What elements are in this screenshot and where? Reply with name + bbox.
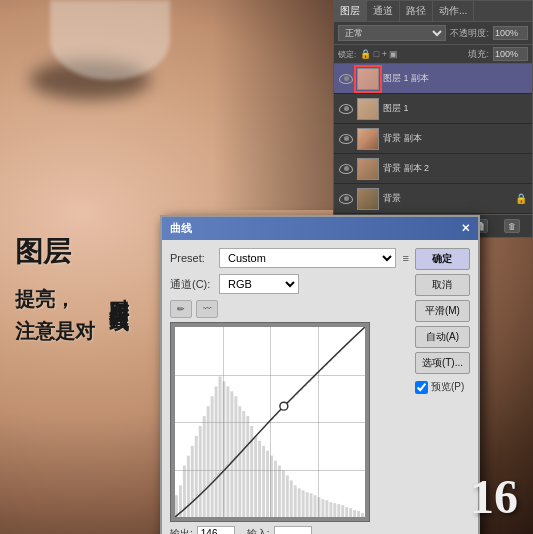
preset-label: Preset: [170, 252, 215, 264]
page-number: 16 [470, 469, 518, 524]
layer-name-bg-copy: 背景 副本 [383, 132, 527, 145]
eye-icon-copy1[interactable] [339, 74, 353, 84]
layer-name-1: 图层 1 [383, 102, 527, 115]
preset-menu-icon[interactable]: ≡ [402, 252, 408, 264]
curve-smooth-icon[interactable]: 〰 [196, 300, 218, 318]
smooth-button[interactable]: 平滑(M) [415, 300, 470, 322]
eye-icon-bg[interactable] [339, 194, 353, 204]
lock-icons: 🔒 □ + ▣ [360, 49, 398, 59]
curves-title-text: 曲线 [170, 221, 192, 236]
annotation-vertical: 对图层进行曲线 [103, 283, 135, 297]
tab-channels[interactable]: 通道 [367, 1, 400, 21]
curves-graph-inner [175, 327, 365, 517]
eye-icon-1[interactable] [339, 104, 353, 114]
preset-select[interactable]: Custom [219, 248, 396, 268]
options-button[interactable]: 选项(T)... [415, 352, 470, 374]
svg-point-49 [280, 402, 288, 410]
layer-thumb-1 [357, 98, 379, 120]
ok-button[interactable]: 确定 [415, 248, 470, 270]
layer-row-1[interactable]: 图层 1 [334, 94, 532, 124]
channel-label: 通道(C): [170, 277, 215, 292]
curves-line-svg [175, 327, 365, 517]
preset-row: Preset: Custom ≡ [170, 248, 409, 268]
output-row: 输出: 输入: [170, 526, 409, 534]
preview-checkbox[interactable] [415, 381, 428, 394]
curve-pencil-icon[interactable]: ✏ [170, 300, 192, 318]
output-label: 输出: [170, 527, 193, 535]
lock-icon-bg: 🔒 [515, 193, 527, 204]
auto-button[interactable]: 自动(A) [415, 326, 470, 348]
annotation-lines: 提亮， 注意是对 [15, 283, 95, 347]
annotation-sub: 注意是对 [15, 315, 95, 347]
curves-body: Preset: Custom ≡ 通道(C): RGB ✏ 〰 [162, 240, 478, 534]
layer-thumb-bg-copy [357, 128, 379, 150]
layer-row-bg-copy2[interactable]: 背景 副本 2 [334, 154, 532, 184]
curves-buttons-panel: 确定 取消 平滑(M) 自动(A) 选项(T)... 预览(P) [415, 248, 470, 534]
channel-row: 通道(C): RGB [170, 274, 409, 294]
lock-label: 锁定: [338, 49, 356, 60]
layer-name-copy1: 图层 1 副本 [383, 72, 527, 85]
curves-graph [170, 322, 370, 522]
output-input[interactable] [197, 526, 235, 534]
opacity-label: 不透明度: [450, 27, 489, 40]
channel-select[interactable]: RGB [219, 274, 299, 294]
tab-paths[interactable]: 路径 [400, 1, 433, 21]
curves-dialog: 曲线 ✕ Preset: Custom ≡ 通道(C): RGB [160, 215, 480, 534]
layer-thumb-copy1 [357, 68, 379, 90]
layers-panel: 图层 通道 路径 动作... 正常 不透明度: 锁定: 🔒 □ + ▣ 填充: … [333, 0, 533, 238]
curves-tool-icons: ✏ 〰 [170, 300, 409, 318]
tab-layers[interactable]: 图层 [334, 1, 367, 21]
layer-row-copy1[interactable]: 图层 1 副本 [334, 64, 532, 94]
opacity-input[interactable] [493, 26, 528, 40]
left-annotation: 图层 提亮， 注意是对 对图层进行曲线 [15, 230, 135, 347]
eye-icon-bg-copy2[interactable] [339, 164, 353, 174]
tab-actions[interactable]: 动作... [433, 1, 474, 21]
curves-main: Preset: Custom ≡ 通道(C): RGB ✏ 〰 [170, 248, 409, 534]
eye-icon-bg-copy[interactable] [339, 134, 353, 144]
cancel-button[interactable]: 取消 [415, 274, 470, 296]
layers-tabs: 图层 通道 路径 动作... [334, 1, 532, 22]
layer-label: 图层 [15, 230, 135, 275]
fill-label: 填充: [468, 48, 489, 61]
layer-thumb-bg [357, 188, 379, 210]
input-label: 输入: [247, 527, 270, 535]
layer-row-bg[interactable]: 背景 🔒 [334, 184, 532, 214]
layer-thumb-bg-copy2 [357, 158, 379, 180]
preview-row: 预览(P) [415, 380, 470, 394]
svg-line-48 [175, 327, 365, 517]
delete-layer-button[interactable]: 🗑 [504, 219, 520, 233]
preview-label: 预览(P) [431, 380, 464, 394]
layer-name-bg-copy2: 背景 副本 2 [383, 162, 527, 175]
layer-row-bg-copy[interactable]: 背景 副本 [334, 124, 532, 154]
input-input[interactable] [274, 526, 312, 534]
curves-close-icon[interactable]: ✕ [461, 222, 470, 235]
curves-title-bar: 曲线 ✕ [162, 217, 478, 240]
layer-name-bg: 背景 [383, 192, 511, 205]
blend-mode-select[interactable]: 正常 [338, 25, 446, 41]
fill-input[interactable] [493, 47, 528, 61]
